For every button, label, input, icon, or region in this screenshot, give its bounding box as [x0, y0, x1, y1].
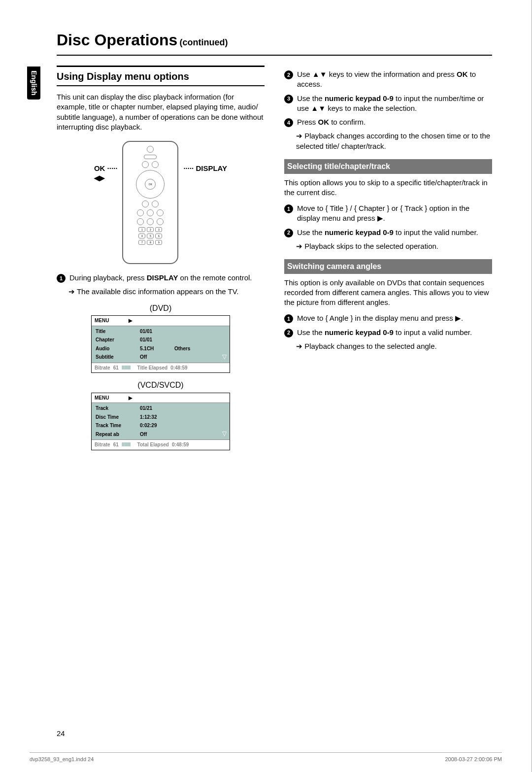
- step-2: 2 Use ▲▼ keys to view the information an…: [284, 69, 492, 90]
- step-number-icon: 1: [284, 204, 293, 213]
- intro-paragraph: This unit can display the disc playback …: [57, 92, 265, 132]
- right-column: 2 Use ▲▼ keys to view the information an…: [284, 66, 492, 457]
- osd-caption-vcd: (VCD/SVCD): [57, 380, 265, 391]
- step-4-result: Playback changes according to the chosen…: [296, 131, 492, 151]
- page-title-block: Disc Operations (continued): [57, 30, 492, 56]
- page-title-suffix: (continued): [180, 37, 228, 47]
- subheading-angles: Switching camera angles: [284, 259, 492, 274]
- display-button: [152, 161, 159, 168]
- power-icon: [147, 146, 154, 153]
- sel-step-2: 2 Use the numeric keypad 0-9 to input th…: [284, 228, 492, 237]
- ang-step-2: 2 Use the numeric keypad 0-9 to input a …: [284, 328, 492, 337]
- step-number-icon: 2: [284, 70, 293, 79]
- osd-dvd: MENU ▶ Title01/01 Chapter01/01 Audio5.1C…: [91, 315, 230, 373]
- chevron-down-icon: ▽: [222, 430, 227, 437]
- footer-left: dvp3258_93_eng1.indd 24: [30, 756, 94, 763]
- remote-diagram: OK ····· ◀▶ OK: [57, 141, 265, 264]
- section-heading: Using Display menu options: [57, 66, 265, 86]
- step-number-icon: 1: [284, 314, 293, 323]
- remote-body: OK: [122, 141, 178, 264]
- dpad: OK: [136, 170, 165, 199]
- remote-small-button: [142, 161, 149, 168]
- step-number-icon: 2: [284, 329, 293, 337]
- chevron-right-icon: ▶: [129, 395, 133, 402]
- bitrate-bars-icon: IIIIIIIIII: [122, 441, 131, 448]
- remote-label-ok: OK ····· ◀▶: [94, 164, 118, 183]
- sel-step-1: 1 Move to { Title } / { Chapter } or { T…: [284, 203, 492, 224]
- osd-vcd-header: MENU: [95, 395, 109, 402]
- step-number-icon: 3: [284, 95, 293, 103]
- step-3: 3 Use the numeric keypad 0-9 to input th…: [284, 94, 492, 114]
- setup-button: [152, 201, 159, 207]
- footer: dvp3258_93_eng1.indd 24 2008-03-27 2:00:…: [30, 752, 502, 763]
- left-column: Using Display menu options This unit can…: [57, 66, 265, 457]
- language-tab: English: [27, 67, 40, 100]
- step-number-icon: 2: [284, 229, 293, 237]
- page-title: Disc Operations: [57, 31, 177, 49]
- numeric-keypad: 123 456 789: [138, 227, 162, 245]
- page-number: 24: [57, 729, 65, 738]
- osd-caption-dvd: (DVD): [57, 303, 265, 314]
- chevron-right-icon: ▶: [129, 317, 133, 324]
- ang-step-2-result: Playback changes to the selected angle.: [296, 341, 492, 351]
- subheading-selecting: Selecting title/chapter/track: [284, 159, 492, 174]
- step-4: 4 Press OK to confirm.: [284, 117, 492, 127]
- manual-page: English Disc Operations (continued) Usin…: [0, 0, 532, 772]
- next-icon: [157, 209, 164, 216]
- osd-dvd-header: MENU: [95, 317, 109, 324]
- step-number-icon: 1: [57, 274, 66, 283]
- step-1: 1 During playback, press DISPLAY on the …: [57, 273, 265, 283]
- remote-label-display: ····· DISPLAY: [183, 164, 227, 173]
- step-1-result: The available disc information appears o…: [68, 287, 265, 297]
- angles-intro: This option is only available on DVDs th…: [284, 278, 492, 308]
- footer-right: 2008-03-27 2:00:06 PM: [445, 756, 502, 763]
- ang-step-1: 1 Move to { Angle } in the display menu …: [284, 313, 492, 323]
- eject-button: [144, 155, 157, 159]
- rew-icon: [137, 218, 144, 225]
- sel-step-2-result: Playback skips to the selected operation…: [296, 241, 492, 251]
- return-button: [142, 201, 149, 207]
- ok-button: OK: [145, 179, 156, 190]
- prev-icon: [137, 209, 144, 216]
- osd-vcd: MENU ▶ Track01/21 Disc Time1:12:32 Track…: [91, 393, 230, 450]
- selecting-intro: This option allows you to skip to a spec…: [284, 178, 492, 198]
- stop-icon: [147, 218, 154, 225]
- ff-icon: [157, 218, 164, 225]
- bitrate-bars-icon: IIIIIIIIII: [122, 365, 131, 371]
- play-pause-icon: [147, 209, 154, 216]
- step-number-icon: 4: [284, 118, 293, 127]
- chevron-down-icon: ▽: [222, 353, 227, 361]
